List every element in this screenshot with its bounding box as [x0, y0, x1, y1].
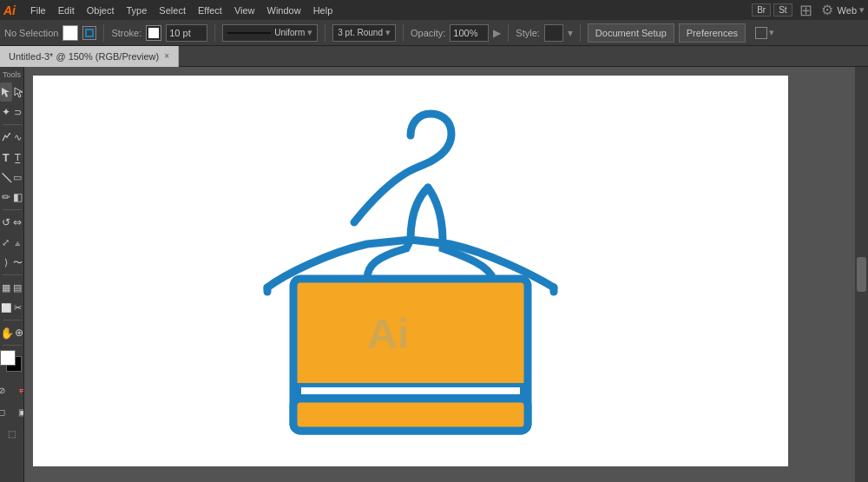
selection-tool-btn[interactable] [0, 83, 12, 102]
draw-behind-btn[interactable]: ▣ [12, 402, 25, 421]
stroke-swatch-box[interactable] [82, 26, 96, 40]
pencil-tool-btn[interactable]: ✏ [0, 188, 12, 207]
svg-text:Ai: Ai [367, 311, 409, 357]
hand-tool-btn[interactable]: ✋ [0, 323, 14, 342]
warp-tool-btn[interactable]: 〜 [12, 253, 24, 272]
line-tools-row: | ▭ [0, 168, 23, 187]
width-tool-btn[interactable]: ⟩ [0, 253, 12, 272]
stroke-cap-display[interactable]: 3 pt. Round ▾ [332, 24, 396, 42]
scale-shear-row: ⤢ ⟁ [0, 233, 23, 252]
reflect-tool-btn[interactable]: ⇔ [12, 213, 24, 232]
line-tool-btn[interactable]: | [0, 168, 12, 187]
preferences-button[interactable]: Preferences [679, 23, 746, 43]
shear-tool-btn[interactable]: ⟁ [12, 233, 24, 252]
swap-colors-icon[interactable]: ⇄ [12, 380, 25, 399]
lasso-tool-btn[interactable]: ⊃ [12, 102, 24, 122]
color-swatches[interactable] [0, 350, 24, 374]
document-setup-button[interactable]: Document Setup [588, 23, 674, 43]
artboard-tool-btn[interactable]: ⬜ [0, 298, 12, 317]
divider-3 [325, 24, 326, 42]
tab-title: Untitled-3* @ 150% (RGB/Preview) [9, 51, 159, 62]
svg-rect-5 [301, 387, 520, 394]
artboard-slice-row: ⬜ ✂ [0, 298, 23, 317]
pencil-tools-row: ✏ ◧ [0, 188, 23, 207]
scale-tool-btn[interactable]: ⤢ [0, 233, 12, 252]
canvas: Ai [33, 76, 788, 466]
separator-4 [3, 320, 22, 320]
style-label: Style: [516, 28, 540, 38]
arrange-controls[interactable]: ▾ [755, 27, 774, 39]
hanger-artwork: Ai [215, 105, 606, 435]
tools-panel-label: Tools [3, 70, 21, 79]
menu-bar: Ai File Edit Object Type Select Effect V… [0, 0, 868, 20]
svg-point-0 [9, 133, 10, 135]
divider-5 [508, 24, 509, 42]
separator-2 [3, 209, 22, 210]
magic-wand-tool-btn[interactable]: ✦ [0, 102, 12, 122]
drawing-modes-row: ◻ ▣ [0, 402, 24, 421]
select-tools-row [0, 83, 23, 102]
menu-object[interactable]: Object [81, 3, 121, 17]
magic-lasso-row: ✦ ⊃ [0, 102, 23, 122]
tab-close-button[interactable]: × [164, 51, 169, 61]
opacity-input[interactable] [450, 24, 489, 42]
foreground-color-swatch[interactable] [0, 350, 16, 366]
menu-edit[interactable]: Edit [52, 3, 81, 17]
menu-type[interactable]: Type [121, 3, 154, 17]
opacity-arrow[interactable]: ▶ [493, 27, 501, 39]
menu-select[interactable]: Select [153, 3, 192, 17]
opacity-label: Opacity: [411, 28, 445, 38]
right-scrollbar[interactable] [855, 67, 868, 482]
stroke-weight-input[interactable] [166, 24, 207, 42]
ai-logo: Ai [3, 3, 16, 17]
change-screen-mode-btn[interactable]: ⬚ [2, 424, 23, 443]
type-tool-btn[interactable]: T [0, 148, 12, 167]
eraser-tool-btn[interactable]: ◧ [12, 188, 24, 207]
divider-6 [580, 24, 581, 42]
menu-window[interactable]: Window [261, 3, 307, 17]
rect-tool-btn[interactable]: ▭ [12, 168, 24, 187]
direct-selection-tool-btn[interactable] [12, 83, 24, 102]
stroke-line-display[interactable]: Uniform ▾ [222, 24, 318, 42]
touch-type-tool-btn[interactable]: T̲ [12, 148, 24, 167]
pen-tools-row: ∿ [0, 128, 23, 147]
style-arrow[interactable]: ▾ [568, 27, 573, 39]
hand-zoom-row: ✋ ⊕ [0, 323, 23, 342]
pen-tool-btn[interactable] [0, 128, 12, 147]
stock-button[interactable]: St [773, 3, 792, 17]
fill-swatch[interactable] [62, 25, 78, 41]
slice-tool-btn[interactable]: ✂ [12, 298, 24, 317]
divider-1 [103, 24, 104, 42]
curvature-tool-btn[interactable]: ∿ [12, 128, 23, 147]
main-area: Tools ✦ ⊃ ∿ [0, 67, 868, 482]
separator-1 [3, 124, 22, 125]
no-selection-label: No Selection [4, 28, 58, 38]
separator-5 [3, 345, 22, 346]
canvas-area[interactable]: Ai [24, 67, 855, 482]
extra-icons-row: ⊘ ⇄ [0, 380, 24, 399]
type-tools-row: T T̲ [0, 148, 23, 167]
draw-normal-btn[interactable]: ◻ [0, 402, 12, 421]
tab-bar: Untitled-3* @ 150% (RGB/Preview) × [0, 46, 868, 67]
menu-effect[interactable]: Effect [192, 3, 228, 17]
document-tab[interactable]: Untitled-3* @ 150% (RGB/Preview) × [0, 46, 179, 67]
menu-file[interactable]: File [24, 3, 52, 17]
width-warp-row: ⟩ 〜 [0, 253, 23, 272]
scroll-thumb[interactable] [857, 257, 866, 292]
bridge-button[interactable]: Br [752, 3, 771, 17]
menu-view[interactable]: View [228, 3, 261, 17]
menu-help[interactable]: Help [307, 3, 339, 17]
none-icon[interactable]: ⊘ [0, 380, 12, 399]
graph-symbol-row: ▦ ▤ [0, 278, 23, 297]
menu-right-area: Br St ⊞ ⚙ Web ▾ [752, 1, 865, 20]
toolbar: Tools ✦ ⊃ ∿ [0, 67, 24, 482]
svg-rect-7 [293, 399, 528, 431]
rotate-tool-btn[interactable]: ↺ [0, 213, 12, 232]
divider-4 [403, 24, 404, 42]
bar-graph-tool-btn[interactable]: ▤ [12, 278, 24, 297]
style-box[interactable] [544, 24, 563, 42]
zoom-tool-btn[interactable]: ⊕ [14, 323, 23, 342]
stroke-color-box[interactable] [146, 25, 161, 41]
column-graph-tool-btn[interactable]: ▦ [0, 278, 12, 297]
rotate-reflect-row: ↺ ⇔ [0, 213, 23, 232]
